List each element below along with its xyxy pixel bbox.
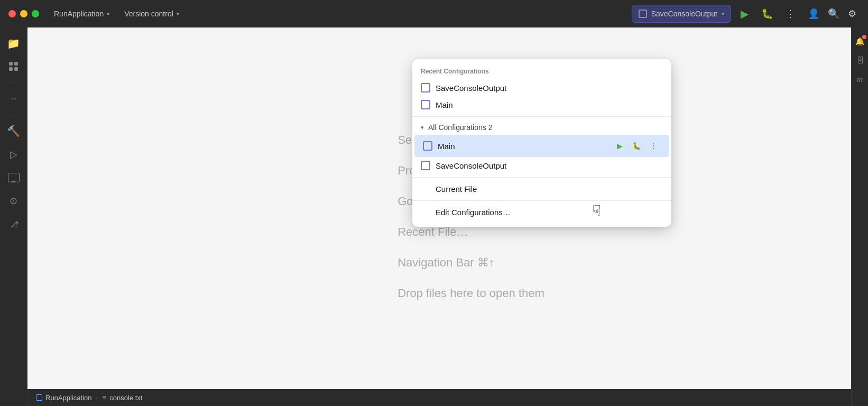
active-config-button[interactable]: SaveConsoleOutput ▾	[632, 5, 731, 23]
recent-save-console-output[interactable]: SaveConsoleOutput	[412, 79, 671, 96]
divider-3	[412, 200, 671, 201]
m-icon: m	[857, 75, 863, 84]
active-config-icon	[639, 10, 647, 18]
left-sidebar: 📁 ··· 🔨 ▷ _ ⊙ ⎇	[0, 27, 27, 406]
configurations-dropdown: Recent Configurations SaveConsoleOutput …	[412, 59, 671, 227]
sidebar-item-problems[interactable]: ⊙	[4, 191, 23, 210]
run-application-chevron: ▾	[107, 11, 109, 17]
debug-main-button[interactable]: 🐛	[629, 139, 644, 153]
terminal-icon: _	[8, 173, 20, 182]
edit-configurations-label: Edit Configurations…	[421, 208, 663, 217]
version-control-chevron: ▾	[177, 11, 179, 17]
config-icon-save	[421, 161, 430, 170]
notifications-icon[interactable]: 🔔	[853, 34, 867, 49]
git-icon: ⎇	[9, 219, 19, 229]
main-area: 📁 ··· 🔨 ▷ _ ⊙ ⎇	[0, 27, 868, 406]
divider-1	[412, 116, 671, 117]
folder-icon: 📁	[7, 37, 20, 50]
sidebar-separator-2	[7, 115, 20, 115]
settings-button[interactable]: ⚙	[845, 5, 860, 23]
account-button[interactable]: 👤	[805, 5, 823, 23]
plugins-icon	[9, 62, 19, 71]
run-button[interactable]: ▶	[737, 4, 752, 23]
debug-button[interactable]: 🐛	[758, 5, 776, 23]
search-everywhere-button[interactable]: 🔍	[825, 5, 843, 23]
traffic-light-maximize[interactable]	[32, 10, 39, 17]
titlebar: RunApplication ▾ Version control ▾ SaveC…	[0, 0, 868, 27]
debug-icon: 🐛	[761, 8, 773, 20]
right-sidebar: 🔔 🗄 m	[851, 27, 868, 406]
more-tools-icon: ···	[11, 94, 16, 104]
recent-configurations-label: Recent Configurations	[412, 66, 671, 79]
account-icon: 👤	[808, 8, 819, 20]
recent-save-console-label: SaveConsoleOutput	[436, 84, 663, 93]
db-icon: 🗄	[856, 56, 864, 64]
more-main-button[interactable]: ⋮	[646, 139, 661, 153]
database-icon[interactable]: 🗄	[853, 53, 867, 68]
problems-icon: ⊙	[10, 195, 17, 207]
play-icon: ▶	[741, 7, 749, 20]
run-application-button[interactable]: RunApplication ▾	[50, 7, 114, 20]
current-file-item[interactable]: Current File	[412, 181, 671, 197]
sidebar-item-project[interactable]: 📁	[4, 34, 23, 53]
traffic-light-close[interactable]	[8, 10, 16, 17]
sidebar-item-git[interactable]: ⎇	[4, 215, 23, 234]
version-control-button[interactable]: Version control ▾	[120, 7, 183, 20]
config-icon-main	[423, 141, 432, 151]
config-main-label: Main	[438, 142, 607, 151]
sidebar-item-run[interactable]: ▷	[4, 145, 23, 164]
edit-configurations-item[interactable]: Edit Configurations…	[412, 204, 671, 220]
current-file-label: Current File	[421, 184, 663, 193]
maven-icon[interactable]: m	[853, 72, 867, 87]
recent-main[interactable]: Main	[412, 96, 671, 113]
more-options-icon: ⋮	[786, 8, 795, 20]
traffic-light-minimize[interactable]	[20, 10, 27, 17]
sidebar-item-more[interactable]: ···	[4, 89, 23, 108]
active-config-label: SaveConsoleOutput	[651, 10, 717, 18]
recent-main-label: Main	[436, 100, 663, 109]
config-save-console-output[interactable]: SaveConsoleOutput	[412, 157, 671, 174]
sidebar-item-build[interactable]: 🔨	[4, 122, 23, 141]
sidebar-item-terminal[interactable]: _	[4, 168, 23, 187]
traffic-lights	[8, 10, 39, 17]
version-control-label: Version control	[124, 10, 173, 18]
sidebar-separator	[7, 82, 20, 83]
active-config-chevron: ▾	[722, 11, 724, 17]
config-save-label: SaveConsoleOutput	[436, 161, 663, 170]
run-icon: ▷	[10, 149, 17, 160]
config-icon-2	[421, 100, 430, 109]
divider-2	[412, 177, 671, 178]
search-icon: 🔍	[828, 8, 839, 20]
all-configurations-header[interactable]: ▾ All Configurations 2	[412, 120, 671, 135]
build-icon: 🔨	[7, 125, 20, 137]
sidebar-item-plugins[interactable]	[4, 57, 23, 76]
all-configs-chevron: ▾	[421, 124, 424, 131]
run-main-button[interactable]: ▶	[612, 139, 627, 153]
more-options-button[interactable]: ⋮	[782, 5, 798, 23]
right-titlebar-icons: 👤 🔍 ⚙	[805, 5, 860, 23]
config-main-actions: ▶ 🐛 ⋮	[612, 139, 661, 153]
config-main-highlighted[interactable]: Main ▶ 🐛 ⋮	[414, 135, 669, 157]
content-area: Search Eve… Project Vie… Go to File Rece…	[27, 27, 851, 406]
config-icon-1	[421, 83, 430, 93]
dropdown-overlay: Recent Configurations SaveConsoleOutput …	[27, 55, 851, 406]
settings-icon: ⚙	[848, 8, 856, 20]
all-configurations-label: All Configurations 2	[428, 123, 492, 132]
run-application-label: RunApplication	[54, 10, 104, 18]
notification-badge	[862, 35, 866, 39]
